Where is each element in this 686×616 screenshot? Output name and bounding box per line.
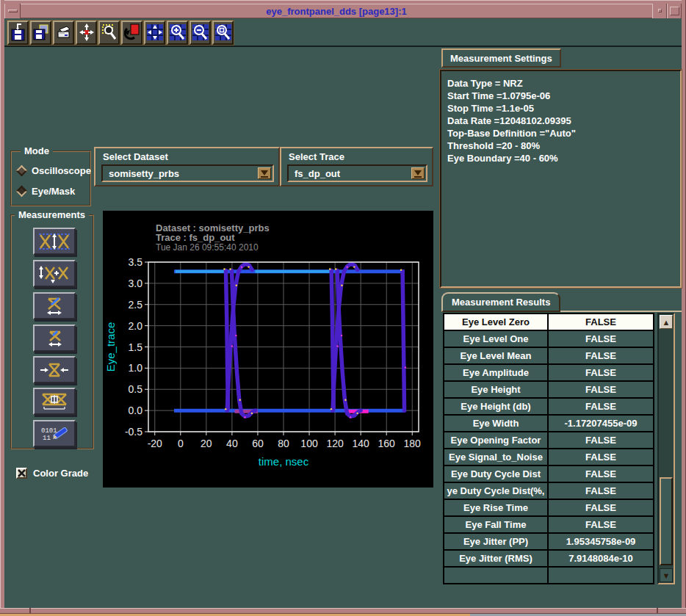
checkbox-checked-icon[interactable]: [16, 468, 27, 479]
svg-text:time, nsec: time, nsec: [259, 455, 309, 468]
results-scrollbar[interactable]: ▲ ▼: [657, 313, 675, 584]
eye-opening-meas-button[interactable]: [33, 325, 76, 352]
table-row[interactable]: Eye Height (db)FALSE: [444, 399, 653, 414]
fit-view-button[interactable]: [144, 21, 165, 45]
eye-mask-meas-button[interactable]: [33, 388, 76, 415]
eye-mask-meas-icon: [37, 391, 72, 412]
app-window: eye_frontpanel_dds [page13]:1: [0, 0, 686, 616]
svg-text:0101: 0101: [41, 427, 57, 435]
settings-line: Stop Time =1.1e-05: [447, 102, 680, 115]
table-row[interactable]: Eye HeightFALSE: [444, 382, 653, 397]
table-row[interactable]: Eye Jitter (RMS)7.9148084e-10: [444, 551, 653, 566]
save-button[interactable]: [7, 21, 29, 45]
table-row[interactable]: Eye Level MeanFALSE: [444, 348, 653, 363]
zoom-out-button[interactable]: [189, 21, 211, 45]
results-tabline: [549, 311, 682, 312]
print-button[interactable]: [53, 21, 74, 45]
result-value: FALSE: [549, 466, 653, 482]
measurements-group-label: Measurements: [15, 209, 89, 220]
svg-text:120: 120: [326, 438, 344, 449]
table-row[interactable]: Eye Jitter (PP)1.95345758e-09: [444, 534, 653, 549]
zoom-full-button[interactable]: [212, 21, 234, 45]
svg-text:0: 0: [178, 438, 184, 449]
svg-text:Tue Jan 26 09:55:40 2010: Tue Jan 26 09:55:40 2010: [156, 242, 259, 253]
settings-line: Top-Base Definition ="Auto": [447, 127, 680, 139]
result-value: -1.17207455e-09: [549, 416, 653, 431]
zoom-area-button[interactable]: [98, 21, 120, 45]
table-row[interactable]: Eye Rise TimeFALSE: [444, 500, 653, 515]
table-row[interactable]: Eye Level OneFALSE: [444, 331, 653, 347]
scroll-thumb[interactable]: [660, 477, 673, 565]
trace-select[interactable]: fs_dp_out: [287, 164, 427, 182]
results-tab[interactable]: Measurement Results: [441, 292, 560, 312]
table-row[interactable]: Eye Level ZeroFALSE: [444, 314, 653, 330]
result-label: Eye Rise Time: [444, 500, 547, 515]
result-value: FALSE: [549, 331, 653, 347]
table-row[interactable]: Eye AmplitudeFALSE: [444, 365, 653, 380]
dataset-select[interactable]: somisetty_prbs: [101, 164, 274, 182]
eye-diagram-plot[interactable]: -20020406080100120140160180-0.50.00.51.0…: [103, 211, 433, 488]
eye-jitter-meas-button[interactable]: [33, 356, 76, 383]
maximize-button[interactable]: [667, 4, 682, 18]
radio-eye-mask[interactable]: Eye/Mask: [18, 186, 75, 197]
trace-section: Select Trace fs_dp_out: [280, 147, 433, 186]
table-row[interactable]: Eye Opening FactorFALSE: [444, 432, 653, 448]
table-row[interactable]: [444, 568, 653, 583]
mode-group: Mode Oscilloscope Eye/Mask: [10, 151, 91, 206]
color-grade-label: Color Grade: [33, 468, 88, 479]
radio-oscilloscope[interactable]: Oscilloscope: [18, 165, 91, 176]
svg-text:0.0: 0.0: [129, 405, 143, 416]
table-row[interactable]: Eye Fall TimeFALSE: [444, 517, 653, 532]
result-value: 7.9148084e-10: [549, 551, 653, 566]
eye-jitter-meas-icon: [37, 360, 72, 380]
save-as-button[interactable]: [30, 21, 51, 45]
titlebar[interactable]: eye_frontpanel_dds [page13]:1: [4, 4, 682, 18]
color-grade-checkbox-row[interactable]: Color Grade: [16, 468, 88, 479]
window-frame-left[interactable]: [0, 0, 4, 614]
svg-text:3.0: 3.0: [129, 278, 143, 289]
redraw-page-button[interactable]: [121, 21, 142, 45]
minimize-icon: [658, 9, 662, 12]
result-label: Eye Height (db): [444, 399, 547, 414]
settings-line: Data Type = NRZ: [447, 77, 680, 90]
window-frame-bottom[interactable]: [0, 608, 686, 614]
maximize-icon: [670, 7, 679, 15]
result-label: Eye Duty Cycle Dist: [444, 466, 547, 482]
minimize-button[interactable]: [652, 4, 667, 18]
radio-diamond-icon: [16, 165, 28, 177]
fit-view-icon: [146, 23, 164, 41]
result-value: FALSE: [549, 365, 653, 380]
window-menu-button[interactable]: [4, 4, 21, 18]
radio-eye-mask-label: Eye/Mask: [32, 186, 75, 197]
table-row[interactable]: Eye Duty Cycle DistFALSE: [444, 466, 653, 482]
eye-amplitude-meas-button[interactable]: [33, 260, 76, 287]
table-row[interactable]: Eye Width-1.17207455e-09: [444, 416, 653, 431]
result-label: [444, 568, 547, 583]
svg-text:1.5: 1.5: [129, 341, 143, 353]
eye-opening-meas-icon: [37, 328, 72, 349]
dropdown-arrow-icon[interactable]: [411, 167, 425, 179]
measurements-group: Measurements: [10, 214, 94, 449]
result-value: FALSE: [549, 399, 653, 414]
zoom-out-icon: [192, 23, 209, 41]
eye-width-meas-button[interactable]: [33, 292, 76, 319]
result-label: Eye Opening Factor: [444, 432, 547, 448]
settings-line: Threshold =20 - 80%: [447, 139, 680, 152]
result-value: FALSE: [549, 432, 653, 448]
scroll-up-icon[interactable]: ▲: [660, 315, 673, 329]
result-label: Eye Signal_to_Noise: [444, 449, 547, 465]
result-label: Eye Jitter (PP): [444, 534, 547, 549]
eye-level-meas-button[interactable]: [33, 228, 76, 255]
frame-notch: [29, 608, 31, 614]
dropdown-arrow-icon[interactable]: [258, 167, 271, 179]
scroll-down-icon[interactable]: ▼: [660, 568, 673, 582]
zoom-in-button[interactable]: [167, 21, 188, 45]
pan-button[interactable]: [76, 21, 97, 45]
print-icon: [56, 23, 72, 42]
eye-amplitude-meas-icon: [37, 264, 72, 284]
edit-meas-button[interactable]: 0101 11: [33, 420, 76, 447]
svg-text:11: 11: [43, 435, 51, 442]
table-row[interactable]: ye Duty Cycle Dist(%,FALSE: [444, 483, 653, 499]
toolbar: [4, 19, 682, 47]
table-row[interactable]: Eye Signal_to_NoiseFALSE: [444, 449, 653, 465]
